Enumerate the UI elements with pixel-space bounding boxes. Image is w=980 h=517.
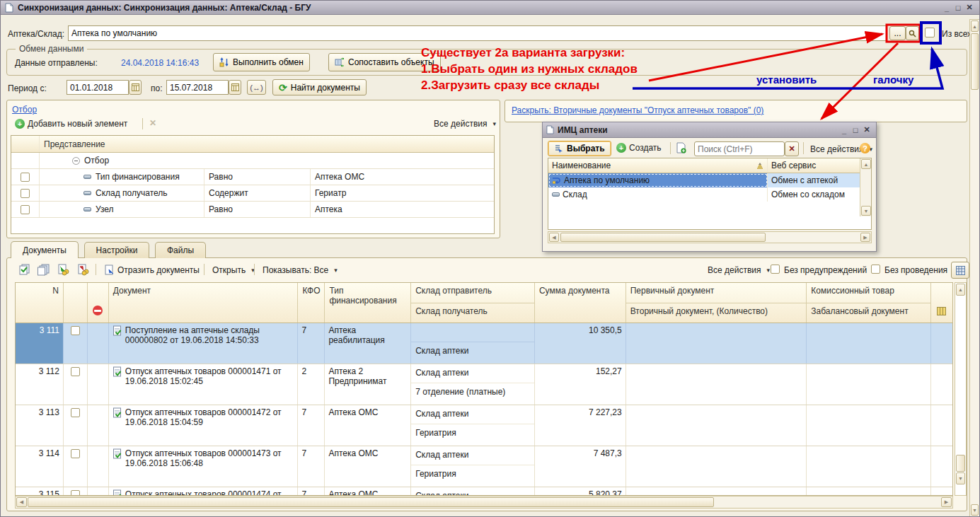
header-warehouse[interactable]: Склад отправитель Склад получатель <box>411 283 535 323</box>
filter-row-checkbox[interactable] <box>21 189 30 198</box>
unload-documents-icon[interactable] <box>77 264 90 276</box>
header-off-balance: Забалансовый документ <box>807 303 930 319</box>
header-sum[interactable]: Сумма документа <box>535 283 626 323</box>
filter-root-label: Отбор <box>84 156 109 165</box>
table-row[interactable]: 3 115Отпуск аптечных товаров 000001474 о… <box>16 487 952 496</box>
table-row[interactable]: 3 113Отпуск аптечных товаров 000001472 о… <box>16 405 952 446</box>
scroll-up-icon[interactable] <box>861 159 871 169</box>
close-button[interactable]: ✕ <box>964 3 975 12</box>
popup-close-button[interactable]: ✕ <box>861 125 872 134</box>
scroll-left-icon[interactable] <box>16 497 27 507</box>
popup-grid-vscroll[interactable] <box>860 158 871 216</box>
filter-row-checkbox[interactable] <box>21 205 30 214</box>
table-row[interactable]: 3 114Отпуск аптечных товаров 000001473 о… <box>16 446 952 487</box>
find-documents-button[interactable]: Найти документы <box>272 79 367 95</box>
table-row[interactable]: 3 111Поступление на аптечные склады 0000… <box>16 323 952 364</box>
row-kfo: 2 <box>298 364 325 405</box>
filter-row[interactable]: Склад получательСодержитГериатр <box>11 185 494 202</box>
filter-row[interactable]: УзелРавноАптека <box>11 202 494 218</box>
tab-settings[interactable]: Настройки <box>84 242 149 258</box>
row-checkbox[interactable] <box>71 326 80 335</box>
popup-row[interactable]: СкладОбмен со складом <box>548 187 871 202</box>
scroll-thumb[interactable] <box>971 33 979 90</box>
calendar-icon[interactable] <box>229 80 241 95</box>
run-exchange-button[interactable]: Выполнить обмен <box>213 53 310 71</box>
table-all-actions-button[interactable]: Все действия <box>705 264 773 277</box>
filter-all-actions-button[interactable]: Все действия <box>431 117 499 130</box>
clear-search-button[interactable]: ✕ <box>785 141 799 156</box>
row-checkbox[interactable] <box>71 490 80 496</box>
pharmacy-field-input[interactable] <box>68 25 887 41</box>
filter-header-presentation: Представление <box>40 136 494 152</box>
document-icon <box>113 407 122 418</box>
delete-element-icon[interactable]: ✕ <box>149 118 156 128</box>
header-secondary-doc: Вторичный документ, (Количество) <box>626 303 807 319</box>
table-row[interactable]: 3 112Отпуск аптечных товаров 000001471 о… <box>16 364 952 405</box>
no-posting-checkbox[interactable] <box>871 265 880 274</box>
scroll-down-icon[interactable] <box>971 504 979 516</box>
standard-period-button[interactable] <box>247 80 266 95</box>
popup-minimize-button[interactable]: _ <box>838 126 850 134</box>
load-documents-icon[interactable] <box>57 264 70 276</box>
scroll-right-icon[interactable] <box>941 497 952 507</box>
popup-grid-hscroll[interactable] <box>548 231 872 243</box>
header-document[interactable]: Документ <box>109 283 299 323</box>
filter-row[interactable]: Тип финансированияРавноАптека ОМС <box>11 169 494 185</box>
tab-documents[interactable]: Документы <box>11 241 79 258</box>
scroll-thumb[interactable] <box>956 455 965 472</box>
popup-search-input[interactable] <box>694 141 785 156</box>
table-settings-button[interactable] <box>951 262 969 279</box>
choose-button[interactable]: ... <box>889 26 906 40</box>
open-button[interactable]: Открыть <box>209 264 258 277</box>
mark-documents-icon[interactable] <box>19 264 32 276</box>
window-vscroll[interactable] <box>969 19 980 517</box>
create-group-icon[interactable] <box>676 142 687 153</box>
scroll-down-icon[interactable] <box>861 206 871 216</box>
search-button[interactable] <box>906 26 919 40</box>
table-columns-icon[interactable] <box>937 307 946 315</box>
row-checkbox[interactable] <box>71 408 80 417</box>
scroll-thumb[interactable] <box>28 497 714 507</box>
header-commission[interactable]: Комиссионный товар Забалансовый документ <box>807 283 931 323</box>
scroll-up-icon[interactable] <box>971 21 979 32</box>
row-sum: 10 350,5 <box>535 323 626 364</box>
copy-documents-icon[interactable] <box>38 264 50 276</box>
popup-select-button[interactable]: Выбрать <box>548 141 611 156</box>
documents-table-header: N Документ КФО Тип финансирования Склад … <box>15 282 953 323</box>
popup-row[interactable]: Аптека по умолчаниюОбмен с аптекой <box>548 173 871 187</box>
no-warnings-checkbox[interactable] <box>771 265 780 274</box>
scroll-thumb[interactable] <box>560 233 766 242</box>
help-icon[interactable]: ? <box>860 143 870 153</box>
data-sent-label: Данные отправлены: <box>15 58 98 68</box>
table-hscroll[interactable] <box>15 496 953 509</box>
scroll-right-icon[interactable] <box>860 233 870 242</box>
maximize-button[interactable]: □ <box>952 4 964 12</box>
expand-secondary-link[interactable]: Раскрыть: Вторичные документы "Отпуск ап… <box>512 105 763 115</box>
tab-files[interactable]: Файлы <box>155 242 206 258</box>
header-fin-type[interactable]: Тип финансирования <box>325 283 411 323</box>
from-all-checkbox[interactable] <box>925 28 935 37</box>
row-checkbox[interactable] <box>71 449 80 458</box>
show-filter-button[interactable]: Показывать: Все <box>260 264 340 277</box>
filter-root-row[interactable]: Отбор <box>11 153 494 169</box>
scroll-down-icon[interactable] <box>956 472 965 484</box>
table-vscroll[interactable] <box>955 282 967 496</box>
header-n[interactable]: N <box>16 283 64 323</box>
scroll-up-icon[interactable] <box>956 284 965 296</box>
reflect-documents-button[interactable]: Отразить документы <box>101 263 202 277</box>
row-checkbox[interactable] <box>71 367 80 376</box>
header-kfo[interactable]: КФО <box>298 283 325 323</box>
period-to-input[interactable] <box>166 80 229 95</box>
add-element-button[interactable]: + Добавить новый элемент <box>12 117 130 130</box>
popup-create-button[interactable]: + Создать <box>613 141 664 154</box>
popup-maximize-button[interactable]: □ <box>850 126 861 134</box>
calendar-icon[interactable] <box>129 80 142 95</box>
tree-collapse-icon[interactable] <box>72 157 80 165</box>
filter-row-checkbox[interactable] <box>21 173 30 182</box>
row-warehouse: Склад аптеки <box>411 487 535 496</box>
scroll-left-icon[interactable] <box>549 233 559 242</box>
period-from-input[interactable] <box>67 80 129 95</box>
minimize-button[interactable]: _ <box>941 4 952 12</box>
header-primary[interactable]: Первичный документ Вторичный документ, (… <box>626 283 807 323</box>
filter-link[interactable]: Отбор <box>12 105 37 115</box>
